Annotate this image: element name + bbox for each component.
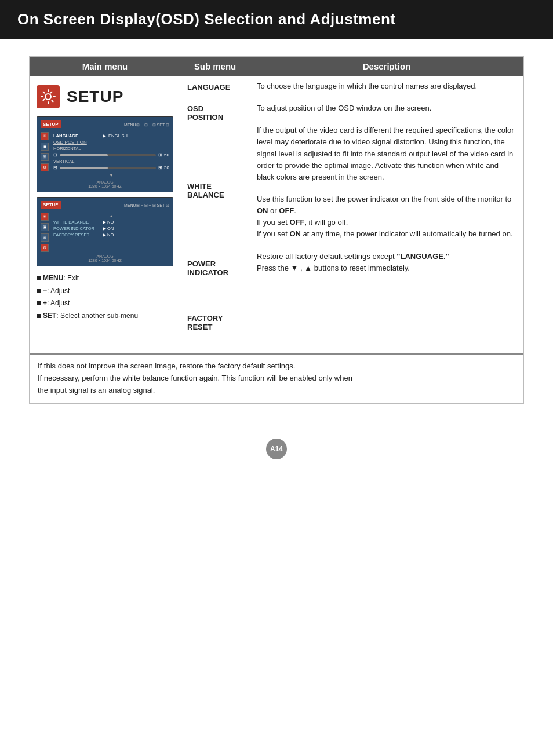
osd-mockup-2: SETUP MENU⊞ − ⊟ + ⊞ SET ⊡ ✳ ▣ ⊞ ⚙	[37, 197, 173, 266]
desc-factory-reset: Restore all factory default settings exc…	[257, 251, 516, 274]
col-header-desc: Description	[250, 57, 523, 76]
desc-language: To choose the language in which the cont…	[257, 81, 516, 92]
main-table-wrapper: Main menu Sub menu Description	[29, 56, 524, 404]
osd-main-2: ▲ WHITE BALANCE ▶ NO POWER INDICATOR	[53, 213, 169, 252]
bullet-icon-4	[37, 314, 41, 318]
footer-line-1: If this does not improve the screen imag…	[38, 360, 515, 372]
osd-mockup-1: SETUP MENU⊞ − ⊟ + ⊞ SET ⊡ ✳ ▣ ⊞ ⚙	[37, 116, 173, 192]
bullet-icon-1	[37, 276, 41, 280]
bullet-icon-3	[37, 301, 41, 305]
bullet-label-plus: +	[43, 299, 47, 307]
main-table: Main menu Sub menu Description	[30, 57, 523, 346]
submenu-cell: LANGUAGE OSDPOSITION WHITEBALANCE POWERI…	[180, 76, 250, 346]
setup-area: SETUP	[37, 85, 173, 108]
setup-icon	[37, 85, 60, 108]
page-header: On Screen Display(OSD) Selection and Adj…	[0, 0, 553, 39]
submenu-osd-position: OSDPOSITION	[187, 102, 243, 122]
content-area: Main menu Sub menu Description	[0, 39, 553, 421]
page-number-area: A14	[0, 439, 553, 459]
footer-line-2: If necessary, perform the white balance …	[38, 372, 515, 397]
osd-header-2: SETUP MENU⊞ − ⊟ + ⊞ SET ⊡	[41, 201, 169, 210]
submenu-white-balance: WHITEBALANCE	[187, 180, 243, 199]
setup-title: SETUP	[67, 87, 123, 106]
submenu-language: LANGUAGE	[187, 81, 243, 92]
osd-icons-2: ✳ ▣ ⊞ ⚙	[41, 213, 49, 252]
bullet-label-minus: −	[43, 287, 47, 295]
osd-sidebar-1: ✳ ▣ ⊞ ⚙ LANGUAGE ▶ ENGLISH	[41, 132, 169, 178]
svg-point-0	[45, 94, 51, 100]
footer-note: If this does not improve the screen imag…	[30, 353, 523, 403]
bullet-notes: MENU: Exit −: Adjust +: Adjust	[37, 272, 173, 322]
left-cell: SETUP SETUP MENU⊞ − ⊟ + ⊞ SET ⊡ ✳	[30, 76, 180, 346]
osd-sidebar-2: ✳ ▣ ⊞ ⚙ ▲ WHITE	[41, 213, 169, 252]
submenu-power-indicator: POWERINDICATOR	[187, 257, 243, 277]
osd-icons-1: ✳ ▣ ⊞ ⚙	[41, 132, 49, 178]
col-header-main: Main menu	[30, 57, 180, 76]
bullet-label-set: SET	[43, 312, 56, 320]
desc-osd-position: To adjust position of the OSD window on …	[257, 103, 516, 114]
desc-white-balance: If the output of the video card is diffe…	[257, 125, 516, 183]
table-row-setup: SETUP SETUP MENU⊞ − ⊟ + ⊞ SET ⊡ ✳	[30, 76, 523, 346]
osd-main-1: LANGUAGE ▶ ENGLISH OSD POSITION HORIZONT…	[53, 132, 169, 178]
table-header-row: Main menu Sub menu Description	[30, 57, 523, 76]
desc-power-indicator: Use this function to set the power indic…	[257, 193, 516, 240]
bullet-label-menu: MENU	[43, 274, 63, 282]
header-title: On Screen Display(OSD) Selection and Adj…	[17, 10, 395, 28]
bullet-icon-2	[37, 289, 41, 293]
osd-header-1: SETUP MENU⊞ − ⊟ + ⊞ SET ⊡	[41, 120, 169, 130]
submenu-factory-reset: FACTORYRESET	[187, 312, 243, 331]
page-badge: A14	[266, 439, 287, 459]
col-header-sub: Sub menu	[180, 57, 250, 76]
desc-cell: To choose the language in which the cont…	[250, 76, 523, 346]
